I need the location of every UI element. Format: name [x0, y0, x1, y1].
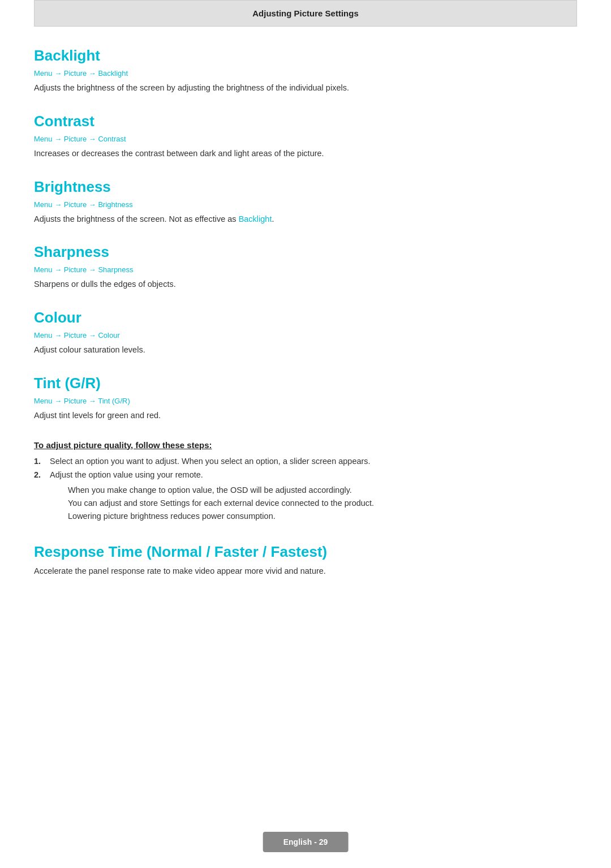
sharpness-breadcrumb: Menu → Picture → Sharpness	[34, 265, 577, 274]
section-contrast: Contrast Menu → Picture → Contrast Incre…	[34, 113, 577, 160]
step-2-text: Adjust the option value using your remot…	[50, 470, 577, 479]
backlight-desc: Adjusts the brightness of the screen by …	[34, 82, 577, 94]
colour-title: Colour	[34, 309, 577, 326]
steps-list: 1. Select an option you want to adjust. …	[34, 457, 577, 479]
colour-desc: Adjust colour saturation levels.	[34, 344, 577, 356]
step-2: 2. Adjust the option value using your re…	[34, 470, 577, 479]
response-time-sep1: /	[202, 543, 214, 560]
steps-header: To adjust picture quality, follow these …	[34, 440, 577, 450]
section-tint: Tint (G/R) Menu → Picture → Tint (G/R) A…	[34, 375, 577, 422]
tint-desc: Adjust tint levels for green and red.	[34, 410, 577, 422]
section-colour: Colour Menu → Picture → Colour Adjust co…	[34, 309, 577, 356]
response-time-prefix: Response Time (	[34, 543, 152, 560]
header-title: Adjusting Picture Settings	[252, 8, 359, 18]
brightness-desc-text1: Adjusts the brightness of the screen. No…	[34, 214, 239, 224]
backlight-breadcrumb: Menu → Picture → Backlight	[34, 69, 577, 78]
contrast-title: Contrast	[34, 113, 577, 130]
notes-block: When you make change to option value, th…	[68, 484, 577, 523]
step-1-text: Select an option you want to adjust. Whe…	[50, 457, 577, 466]
contrast-breadcrumb: Menu → Picture → Contrast	[34, 135, 577, 143]
note-3: Lowering picture brightness reduces powe…	[68, 510, 577, 523]
response-time-sep2: /	[259, 543, 271, 560]
tint-breadcrumb: Menu → Picture → Tint (G/R)	[34, 397, 577, 405]
response-time-title: Response Time (Normal / Faster / Fastest…	[34, 543, 577, 561]
response-time-desc: Accelerate the panel response rate to ma…	[34, 565, 577, 578]
response-time-normal: Normal	[152, 543, 203, 560]
step-1-num: 1.	[34, 457, 50, 466]
tint-title: Tint (G/R)	[34, 375, 577, 392]
sharpness-desc: Sharpens or dulls the edges of objects.	[34, 278, 577, 291]
page-footer: English - 29	[263, 832, 348, 852]
contrast-desc: Increases or decreases the contrast betw…	[34, 148, 577, 160]
brightness-breadcrumb: Menu → Picture → Brightness	[34, 200, 577, 209]
colour-breadcrumb: Menu → Picture → Colour	[34, 331, 577, 340]
section-sharpness: Sharpness Menu → Picture → Sharpness Sha…	[34, 243, 577, 291]
section-backlight: Backlight Menu → Picture → Backlight Adj…	[34, 47, 577, 94]
section-brightness: Brightness Menu → Picture → Brightness A…	[34, 178, 577, 226]
response-time-faster: Faster	[214, 543, 259, 560]
brightness-desc-text2: .	[272, 214, 274, 224]
note-1: When you make change to option value, th…	[68, 484, 577, 497]
footer-label: English - 29	[283, 837, 328, 846]
page-wrapper: Adjusting Picture Settings Backlight Men…	[0, 0, 611, 868]
steps-section: To adjust picture quality, follow these …	[34, 440, 577, 523]
response-time-suffix: )	[322, 543, 328, 560]
page-header: Adjusting Picture Settings	[34, 0, 577, 27]
backlight-title: Backlight	[34, 47, 577, 65]
step-2-num: 2.	[34, 470, 50, 479]
response-time-fastest: Fastest	[271, 543, 322, 560]
sharpness-title: Sharpness	[34, 243, 577, 261]
brightness-title: Brightness	[34, 178, 577, 196]
brightness-backlight-link: Backlight	[239, 214, 272, 224]
brightness-desc: Adjusts the brightness of the screen. No…	[34, 213, 577, 226]
step-1: 1. Select an option you want to adjust. …	[34, 457, 577, 466]
response-time-section: Response Time (Normal / Faster / Fastest…	[34, 543, 577, 578]
note-2: You can adjust and store Settings for ea…	[68, 497, 577, 510]
